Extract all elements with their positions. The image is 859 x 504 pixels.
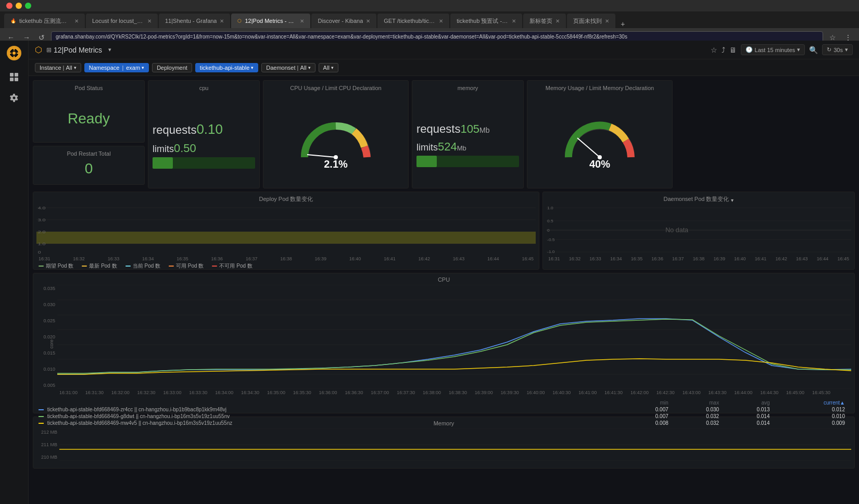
svg-text:3.0: 3.0: [38, 217, 46, 222]
legend-color-3: [39, 423, 44, 424]
svg-rect-7: [10, 73, 14, 77]
title-dropdown-icon[interactable]: ▾: [108, 46, 111, 53]
refresh-interval[interactable]: ↻ 30s ▾: [822, 44, 853, 55]
sidebar-item-dashboards[interactable]: [5, 68, 23, 86]
deploy-chart-legend: 期望 Pod 数 最新 Pod 数 当前 Pod 数 可用 Pod 数: [36, 262, 536, 270]
dropdown-icon: ▾: [251, 65, 254, 70]
cpu-chart-svg: [57, 285, 851, 389]
grafana-logo[interactable]: [6, 45, 22, 61]
new-tab-button[interactable]: +: [618, 20, 627, 28]
maximize-btn[interactable]: [25, 3, 31, 9]
memory-bar-bg: [416, 156, 519, 167]
minimize-btn[interactable]: [16, 3, 22, 9]
memory-gauge-value: 40%: [589, 158, 610, 170]
daemonset-dropdown-icon[interactable]: ▾: [731, 197, 734, 203]
charts-row: Deploy Pod 数量变化 4.0 3.0 2.0 1.0: [33, 192, 855, 270]
pod-status-title: Pod Status: [37, 85, 140, 91]
tab-close-icon[interactable]: ✕: [555, 18, 560, 24]
close-btn[interactable]: [6, 3, 12, 9]
cpu-content: requests0.10 limits0.50: [153, 93, 255, 192]
no-data-text: No data: [665, 226, 688, 234]
cpu-legend-row-2: tickethub-api-stable-bfd668469-g8dwt || …: [36, 413, 847, 420]
filter-deployment-value[interactable]: tickethub-api-stable ▾: [195, 63, 258, 72]
filter-deployment-label: Deployment: [152, 63, 192, 72]
cpu-gauge-panel: CPU Usage / Limit CPU Declaration: [263, 80, 409, 188]
tv-icon[interactable]: 🖥: [729, 46, 737, 54]
svg-marker-19: [36, 232, 536, 244]
tab-close-icon[interactable]: ✕: [147, 18, 151, 24]
pod-restart-title: Pod Restart Total: [37, 150, 140, 157]
tab-tickethub-test[interactable]: tickethub 预置试 - 南京清情(传… ✕: [450, 14, 522, 28]
cpu-gauge-container: 2.1%: [268, 93, 404, 192]
grid-icon: ⊞: [46, 46, 52, 54]
pod-status-panel: Pod Status Ready: [33, 80, 145, 143]
deploy-chart-svg: 4.0 3.0 2.0 1.0 0: [36, 205, 536, 255]
dashboard-grid: Pod Status Ready Pod Restart Total 0: [29, 76, 859, 504]
main-content: ⬡ ⊞ 12|Pod Metrics ▾ ☆ ⤴ 🖥 🕐 Last 15 min…: [29, 41, 859, 504]
memory-bar-fill: [416, 156, 437, 167]
tab-tickethub-stress[interactable]: 🔥 tickethub 压测流程 - 谱表 ✕: [4, 14, 85, 28]
tab-close-icon[interactable]: ✕: [439, 18, 443, 24]
tab-close-icon[interactable]: ✕: [366, 18, 370, 24]
svg-text:-0.5: -0.5: [547, 237, 555, 242]
tab-pod-metrics[interactable]: ⬡ 12|Pod Metrics - Grafana ✕: [231, 14, 310, 28]
tab-close-icon[interactable]: ✕: [512, 18, 516, 24]
legend-color-2: [39, 416, 44, 417]
memory-content: requests105Mb limits524Mb: [416, 93, 519, 192]
svg-text:1.0: 1.0: [547, 206, 553, 210]
memory-limits: limits524Mb: [416, 140, 519, 167]
svg-text:-1.0: -1.0: [547, 249, 555, 254]
time-range-picker[interactable]: 🕐 Last 15 minutes ▾: [741, 44, 805, 55]
grafana-home-icon[interactable]: ⬡: [35, 45, 42, 55]
svg-text:0.5: 0.5: [547, 219, 553, 223]
svg-text:0: 0: [38, 249, 41, 254]
tab-ticket-user[interactable]: GET /tickethub/ticket/user ✕: [377, 14, 449, 28]
dropdown-icon: ▾: [797, 46, 800, 53]
pod-restart-panel: Pod Restart Total 0: [33, 146, 145, 185]
legend-color-1: [39, 409, 44, 410]
tab-locust[interactable]: Locust for locust_simple.py ✕: [86, 14, 158, 28]
tab-kibana[interactable]: Discover - Kibana ✕: [311, 14, 376, 28]
cpu-title: cpu: [153, 85, 255, 91]
tab-shentu[interactable]: 11|Shentu - Grafana ✕: [159, 14, 230, 28]
svg-line-11: [307, 155, 336, 157]
top-panels-row: Pod Status Ready Pod Restart Total 0: [33, 80, 855, 188]
tab-new[interactable]: 新标签页 ✕: [523, 14, 566, 28]
tab-close-icon[interactable]: ✕: [74, 18, 79, 24]
svg-point-6: [12, 52, 16, 55]
refresh-icon: ↻: [827, 46, 831, 53]
legend-latest: 最新 Pod 数: [82, 262, 117, 270]
sidebar-item-settings[interactable]: [5, 89, 23, 107]
tab-not-found[interactable]: 页面未找到 ✕: [567, 14, 615, 28]
filter-bar: Instance | All ▾ Namespace | exam ▾ Depl…: [29, 59, 859, 76]
cpu-line-chart-title: CPU: [36, 276, 851, 283]
svg-rect-8: [15, 73, 18, 77]
filter-daemonset[interactable]: Daemonset | All ▾: [261, 63, 315, 72]
memory-gauge-svg: [561, 116, 639, 162]
dashboard-title-area: ⊞ 12|Pod Metrics ▾: [46, 46, 111, 54]
filter-instance[interactable]: Instance | All ▾: [35, 63, 81, 72]
deploy-chart-title: Deploy Pod 数量变化: [36, 195, 536, 203]
tab-close-icon[interactable]: ✕: [605, 18, 609, 24]
star-icon[interactable]: ☆: [711, 46, 717, 54]
search-icon[interactable]: 🔍: [809, 46, 818, 54]
legend-unavailable: 不可用 Pod 数: [212, 262, 252, 270]
memory-gauge-container: 40%: [532, 93, 668, 192]
daemonset-chart-svg: 1.0 0.5 0 -0.5 -1.0 No data: [546, 205, 851, 255]
deploy-chart-xaxis: 16:3116:3216:3316:3416:35 16:3616:3716:3…: [36, 256, 536, 261]
daemonset-xaxis: 16:3116:3216:3316:3416:35 16:3616:3716:3…: [546, 256, 851, 261]
clock-icon: 🕐: [746, 46, 753, 53]
legend-available: 可用 Pod 数: [169, 262, 204, 270]
cpu-legend-row-1: tickethub-api-stable-bfd668469-zr4cc || …: [36, 406, 847, 413]
filter-all[interactable]: All ▾: [319, 63, 338, 72]
daemonset-chart-header: Daemonset Pod 数量变化 ▾: [546, 195, 851, 205]
tab-close-icon[interactable]: ✕: [220, 18, 224, 24]
cpu-chart-area: 0.035 0.030 0.025 0.020 0.015 0.010 0.00…: [36, 285, 851, 389]
memory-chart-area: 212 MB 211 MB 210 MB: [36, 429, 851, 461]
filter-namespace[interactable]: Namespace | exam ▾: [84, 63, 149, 72]
memory-panel: memory requests105Mb limits524Mb: [412, 80, 524, 188]
cpu-gauge-title: CPU Usage / Limit CPU Declaration: [268, 85, 404, 91]
cpu-limits: limits0.50: [153, 142, 255, 169]
tab-close-icon[interactable]: ✕: [300, 18, 304, 24]
share-icon[interactable]: ⤴: [722, 46, 725, 54]
